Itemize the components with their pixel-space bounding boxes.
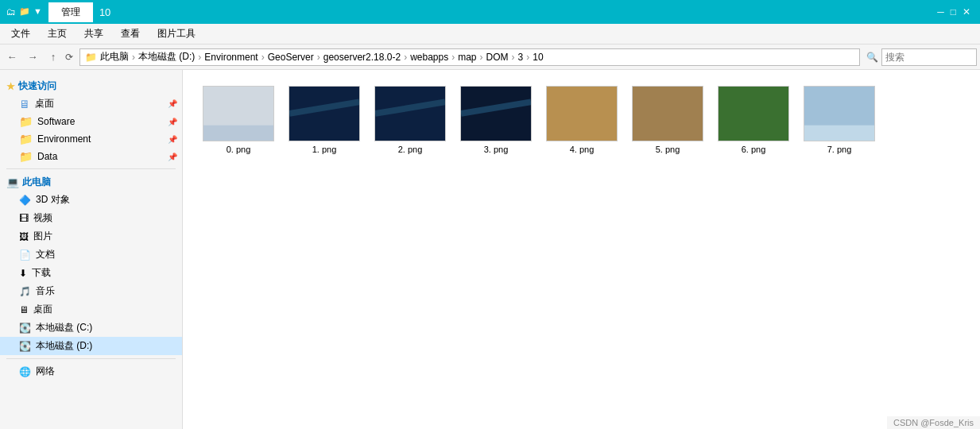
- desktop-icon: 🖥: [19, 98, 30, 110]
- sidebar-item-3d[interactable]: 🔷 3D 对象: [0, 191, 182, 209]
- sidebar-item-software[interactable]: 📁 Software 📌: [0, 113, 182, 130]
- window-icon-3: ▼: [33, 6, 42, 17]
- file-item-6[interactable]: 6. png: [714, 83, 793, 157]
- path-part-6[interactable]: map: [458, 52, 476, 63]
- desktop-pc-icon: 🖥: [19, 304, 29, 315]
- file-item-5[interactable]: 5. png: [628, 83, 707, 157]
- file-item-3[interactable]: 3. png: [456, 83, 536, 157]
- sidebar-item-downloads[interactable]: ⬇ 下载: [0, 264, 182, 282]
- documents-icon: 📄: [19, 249, 31, 261]
- sidebar-item-environment[interactable]: 📁 Environment 📌: [0, 130, 182, 148]
- this-pc-label: 此电脑: [22, 176, 51, 189]
- 3d-label: 3D 对象: [36, 193, 70, 207]
- address-bar: ← → ↑ ⟳ 📁 此电脑 › 本地磁盘 (D:) › Environment …: [0, 44, 980, 70]
- drive-c-icon: 💽: [19, 323, 31, 334]
- path-part-9[interactable]: 10: [533, 52, 543, 63]
- drive-d-label: 本地磁盘 (D:): [36, 339, 92, 353]
- file-item-4[interactable]: 4. png: [542, 83, 622, 157]
- desktop-label: 桌面: [35, 97, 54, 110]
- menu-view[interactable]: 查看: [113, 25, 148, 42]
- file-item-7[interactable]: 7. png: [800, 83, 879, 157]
- file-name-1: 1. png: [312, 145, 337, 154]
- back-button[interactable]: ←: [3, 48, 21, 66]
- address-path[interactable]: 📁 此电脑 › 本地磁盘 (D:) › Environment › GeoSer…: [79, 48, 860, 66]
- svg-rect-12: [804, 126, 874, 141]
- sidebar-item-drive-c[interactable]: 💽 本地磁盘 (C:): [0, 319, 182, 337]
- file-name-5: 5. png: [656, 145, 680, 154]
- path-part-3[interactable]: GeoServer: [268, 52, 314, 63]
- network-icon: 🌐: [19, 366, 31, 377]
- file-thumbnail-0: [203, 86, 274, 141]
- path-part-8[interactable]: 3: [518, 52, 524, 63]
- file-thumbnail-4: [546, 86, 618, 141]
- file-item-1[interactable]: 1. png: [285, 83, 364, 157]
- pin-icon-data: 📌: [168, 153, 177, 161]
- video-icon: 🎞: [19, 213, 29, 224]
- drive-d-icon: 💽: [19, 341, 31, 352]
- refresh-icon[interactable]: ⟳: [65, 52, 73, 63]
- close-btn[interactable]: ✕: [963, 6, 970, 17]
- quick-access-star: ★: [6, 81, 15, 92]
- desktop-pc-label: 桌面: [33, 303, 52, 316]
- menu-bar: 文件 主页 共享 查看 图片工具: [0, 24, 980, 44]
- svg-rect-1: [203, 126, 273, 141]
- video-label: 视频: [33, 211, 52, 225]
- pin-icon-env: 📌: [168, 135, 177, 144]
- path-part-2[interactable]: Environment: [204, 52, 258, 63]
- up-button[interactable]: ↑: [45, 48, 62, 66]
- search-icon: 🔍: [866, 52, 878, 63]
- sidebar-item-pictures[interactable]: 🖼 图片: [0, 227, 182, 245]
- sidebar-item-desktop-pc[interactable]: 🖥 桌面: [0, 300, 182, 319]
- search-input[interactable]: [881, 48, 977, 66]
- pictures-label: 图片: [33, 230, 52, 243]
- sidebar-item-desktop-quick[interactable]: 🖥 桌面 📌: [0, 95, 182, 113]
- sidebar-item-music[interactable]: 🎵 音乐: [0, 282, 182, 300]
- path-part-1[interactable]: 本地磁盘 (D:): [138, 50, 195, 64]
- menu-share[interactable]: 共享: [76, 25, 111, 42]
- pin-icon: 📌: [168, 99, 177, 108]
- environment-label: Environment: [37, 133, 91, 145]
- music-icon: 🎵: [19, 286, 31, 297]
- file-thumbnail-7: [804, 86, 875, 141]
- svg-rect-10: [719, 87, 788, 141]
- downloads-icon: ⬇: [19, 268, 27, 279]
- file-thumbnail-6: [718, 86, 789, 141]
- menu-home[interactable]: 主页: [40, 25, 75, 42]
- data-label: Data: [37, 151, 57, 162]
- software-label: Software: [37, 116, 75, 127]
- drive-c-label: 本地磁盘 (C:): [36, 321, 92, 334]
- path-part-5[interactable]: webapps: [410, 52, 448, 63]
- path-part-4[interactable]: geoserver2.18.0-2: [323, 52, 401, 63]
- pictures-icon: 🖼: [19, 231, 29, 242]
- file-item-0[interactable]: 0. png: [199, 83, 278, 157]
- pin-icon-software: 📌: [168, 118, 177, 126]
- file-item-2[interactable]: 2. png: [370, 83, 450, 157]
- sidebar-item-drive-d[interactable]: 💽 本地磁盘 (D:): [0, 337, 182, 355]
- documents-label: 文档: [36, 248, 55, 261]
- forward-button[interactable]: →: [24, 48, 41, 66]
- menu-picture-tools[interactable]: 图片工具: [149, 25, 203, 42]
- software-folder-icon: 📁: [19, 115, 33, 128]
- music-label: 音乐: [36, 284, 55, 298]
- environment-folder-icon: 📁: [19, 133, 33, 145]
- minimize-btn[interactable]: ─: [937, 6, 944, 17]
- separator-2: [6, 358, 176, 359]
- file-name-3: 3. png: [484, 145, 509, 154]
- separator-1: [6, 168, 176, 169]
- sidebar-item-data[interactable]: 📁 Data 📌: [0, 148, 182, 165]
- sidebar-item-video[interactable]: 🎞 视频: [0, 209, 182, 227]
- sidebar: ★ 快速访问 🖥 桌面 📌 📁 Software 📌 📁 Environment…: [0, 70, 183, 429]
- window-icon-2: 📁: [19, 6, 30, 17]
- sidebar-item-network[interactable]: 🌐 网络: [0, 362, 182, 381]
- file-area: 0. png1. png2. png3. png4. png5. png6. p…: [183, 70, 980, 429]
- path-folder-icon: 📁: [85, 52, 97, 63]
- title-bar-icons: 🗂 📁 ▼: [6, 6, 42, 17]
- menu-file[interactable]: 文件: [3, 25, 38, 42]
- file-name-2: 2. png: [398, 145, 423, 154]
- title-bar: 🗂 📁 ▼ 管理 10 ─ □ ✕: [0, 0, 980, 24]
- path-part-7[interactable]: DOM: [486, 52, 509, 63]
- path-part-0[interactable]: 此电脑: [100, 50, 129, 64]
- sidebar-item-documents[interactable]: 📄 文档: [0, 245, 182, 264]
- maximize-btn[interactable]: □: [951, 6, 956, 17]
- status-bar: CSDN @Fosde_Kris: [887, 416, 980, 429]
